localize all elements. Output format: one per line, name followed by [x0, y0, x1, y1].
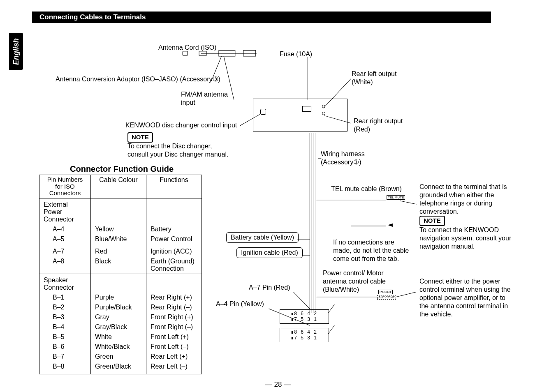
rca-icon [322, 105, 325, 108]
iso-pin-block-a: ∎8 6 4 2 ∎7 5 3 1 [280, 309, 329, 324]
cell-pin: A–8 [39, 256, 91, 274]
cell-func: Front Left (+) [146, 332, 202, 342]
th-pin: Pin Numbers for ISO Connectors [39, 175, 91, 198]
rear-left-label: Rear left output (White) [352, 70, 409, 86]
cell-color: Green/Black [91, 362, 146, 371]
nav-note: NOTE [419, 216, 445, 226]
cell-func [146, 198, 202, 224]
cell-color: Black [91, 256, 146, 274]
cell-color: White/Black [91, 342, 146, 352]
svg-line-19 [293, 292, 310, 309]
cell-pin: A–5 [39, 234, 91, 244]
cell-pin: External Power Connector [39, 198, 91, 224]
connector-guide-title: Connector Function Guide [70, 164, 174, 174]
disc-note-text: To connect the Disc changer, consult you… [127, 142, 234, 159]
cell-func: Rear Right (+) [146, 293, 202, 302]
fuse-label: Fuse (10A) [280, 50, 312, 58]
svg-line-13 [400, 201, 417, 204]
cell-func: Earth (Ground) Connection [146, 256, 202, 274]
connector-function-table: Pin Numbers for ISO Connectors Cable Col… [39, 175, 202, 374]
tel-mute-label: TEL mute cable (Brown) [331, 185, 402, 193]
language-tab: English [9, 33, 23, 70]
cell-color [91, 371, 146, 374]
pcont-tag: P.CONT [378, 290, 393, 294]
cell-func: Rear Left (+) [146, 352, 202, 362]
cell-color: Green [91, 352, 146, 362]
antenna-adaptor-label: Antenna Conversion Adaptor (ISO–JASO) (A… [56, 75, 228, 83]
cell-pin: A–4 [39, 224, 91, 234]
nav-note-text: To connect the KENWOOD navigation system… [419, 226, 515, 251]
svg-rect-24 [199, 51, 206, 55]
cell-func: Front Right (+) [146, 312, 202, 322]
cell-color: Purple/Black [91, 302, 146, 312]
note-badge: NOTE [127, 132, 153, 143]
cell-color: Red [91, 247, 146, 256]
diagram-area: Antenna Cord (ISO) Antenna Conversion Ad… [39, 33, 531, 376]
tel-mute-tag: TEL MUTE [387, 195, 405, 200]
tel-mute-desc: Connect to the terminal that is grounded… [419, 183, 515, 216]
no-conn-label: If no connections are made, do not let t… [333, 238, 411, 263]
a4-pin-label: A–4 Pin (Yellow) [216, 300, 264, 308]
cell-color [91, 274, 146, 293]
th-color: Cable Colour [91, 175, 146, 198]
power-ctrl-desc: Connect either to the power control term… [419, 277, 515, 318]
cell-func: Front Left (–) [146, 342, 202, 352]
note-badge: NOTE [419, 216, 445, 226]
wiring-harness-label: Wiring harness (Accessory①) [321, 150, 382, 166]
cell-color: Gray [91, 312, 146, 322]
cell-pin: A–7 [39, 247, 91, 256]
svg-rect-25 [219, 51, 235, 56]
svg-line-18 [396, 292, 417, 297]
a7-pin-label: A–7 Pin (Red) [249, 284, 290, 292]
cell-pin: B–7 [39, 352, 91, 362]
rca-icon [322, 112, 325, 115]
cell-pin: B–5 [39, 332, 91, 342]
svg-rect-26 [243, 51, 256, 56]
rear-right-label: Rear right output (Red) [354, 117, 411, 134]
header-bar: Connecting Cables to Terminals [32, 12, 491, 23]
cell-func: Rear Left (–) [146, 362, 202, 371]
ignition-cable-label: Ignition cable (Red) [236, 247, 303, 258]
cell-pin: Speaker Connector [39, 274, 91, 293]
cell-pin: B–4 [39, 322, 91, 332]
head-unit-box [253, 99, 348, 131]
cell-pin [39, 371, 91, 374]
cell-color: Purple [91, 293, 146, 302]
cell-pin: B–1 [39, 293, 91, 302]
cell-func [146, 371, 202, 374]
th-func: Functions [146, 175, 202, 198]
header-title: Connecting Cables to Terminals [39, 13, 146, 21]
language-label: English [12, 38, 21, 65]
cell-func: Power Control [146, 234, 202, 244]
antcont-tag: ANT.CONT [377, 295, 396, 300]
cell-func: Battery [146, 224, 202, 234]
svg-line-22 [328, 325, 334, 334]
cell-func: Front Right (–) [146, 322, 202, 332]
disc-note: NOTE [127, 132, 153, 143]
antenna-cord-label: Antenna Cord (ISO) [158, 44, 216, 52]
cell-pin: B–6 [39, 342, 91, 352]
unit-port-icon [302, 106, 311, 112]
cell-func: Rear Right (–) [146, 302, 202, 312]
svg-marker-27 [388, 224, 393, 227]
fm-am-label: FM/AM antenna input [181, 90, 239, 107]
cell-color: Gray/Black [91, 322, 146, 332]
cell-pin: B–2 [39, 302, 91, 312]
battery-cable-label: Battery cable (Yellow) [226, 232, 299, 243]
svg-rect-23 [183, 51, 188, 55]
cell-color [91, 198, 146, 224]
cell-color: White [91, 332, 146, 342]
cell-func [146, 274, 202, 293]
svg-line-21 [328, 304, 334, 313]
cell-color: Blue/White [91, 234, 146, 244]
page-number: — 28 — [265, 380, 291, 389]
cell-func: Ignition (ACC) [146, 247, 202, 256]
cell-pin: B–8 [39, 362, 91, 371]
cell-pin: B–3 [39, 312, 91, 322]
unit-port-icon [260, 109, 266, 115]
cell-color: Yellow [91, 224, 146, 234]
disc-changer-label: KENWOOD disc changer control input [125, 121, 237, 129]
iso-pin-block-b: ∎8 6 4 2 ∎7 5 3 1 [280, 328, 329, 342]
